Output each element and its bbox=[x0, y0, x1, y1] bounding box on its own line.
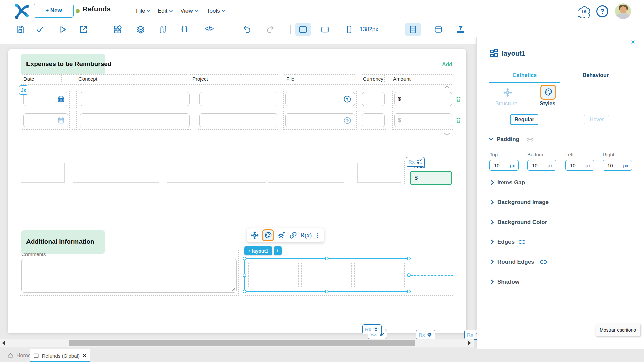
section-round-edges[interactable]: Round Edges bbox=[497, 259, 534, 265]
avatar[interactable] bbox=[615, 3, 631, 19]
tab-behaviour[interactable]: Behaviour bbox=[560, 72, 631, 78]
file-input[interactable] bbox=[285, 92, 355, 106]
collapse-down-icon[interactable] bbox=[444, 133, 450, 136]
section-items-gap[interactable]: Items Gap bbox=[497, 179, 525, 186]
scrollbar-thumb[interactable] bbox=[69, 340, 415, 346]
undo-icon[interactable] bbox=[243, 25, 252, 34]
add-element-chip[interactable]: + bbox=[274, 246, 282, 255]
calendar-icon[interactable] bbox=[57, 95, 65, 103]
device-desktop-button[interactable] bbox=[295, 23, 311, 36]
column-header-amount[interactable]: Amount bbox=[386, 74, 453, 83]
chevron-right-icon[interactable] bbox=[491, 279, 494, 284]
section-background-image[interactable]: Background Image bbox=[497, 199, 549, 206]
currency-input[interactable] bbox=[362, 92, 385, 106]
resize-handle[interactable] bbox=[407, 290, 411, 293]
js-code-badge[interactable]: Js bbox=[19, 85, 28, 95]
date-input[interactable] bbox=[23, 92, 68, 106]
collapse-up-icon[interactable] bbox=[444, 85, 450, 89]
column-header-concept[interactable]: Concept bbox=[76, 74, 189, 83]
ai-assistant-button[interactable]: IA bbox=[578, 6, 591, 18]
save-icon[interactable] bbox=[16, 25, 25, 34]
concept-input[interactable] bbox=[80, 92, 190, 106]
flow-icon[interactable] bbox=[158, 25, 167, 34]
add-row-link[interactable]: Add bbox=[442, 62, 452, 68]
chevron-right-icon[interactable] bbox=[491, 200, 494, 205]
subtab-styles-active[interactable] bbox=[540, 85, 556, 100]
menu-view[interactable]: View bbox=[180, 8, 198, 14]
resize-handle[interactable] bbox=[243, 273, 246, 277]
tab-esthetics[interactable]: Esthetics bbox=[489, 72, 560, 78]
section-edges[interactable]: Edges bbox=[497, 239, 515, 245]
padding-right-input[interactable]: 10 px bbox=[603, 160, 632, 171]
menu-file[interactable]: File bbox=[136, 8, 150, 14]
settings-gear-icon[interactable] bbox=[277, 231, 286, 240]
file-input[interactable] bbox=[285, 113, 355, 127]
app-logo[interactable] bbox=[12, 3, 30, 19]
chevron-right-icon[interactable] bbox=[491, 220, 494, 225]
tab-close-icon[interactable]: ✕ bbox=[83, 353, 87, 358]
calendar-icon[interactable] bbox=[57, 117, 65, 124]
delete-row-icon[interactable] bbox=[455, 117, 462, 124]
move-icon[interactable] bbox=[250, 231, 259, 240]
new-button[interactable]: + New bbox=[34, 4, 74, 18]
chevron-down-icon[interactable] bbox=[489, 137, 494, 141]
structure-icon[interactable] bbox=[503, 88, 513, 97]
upload-icon[interactable] bbox=[343, 95, 351, 103]
column-header-currency[interactable]: Currency bbox=[361, 74, 385, 83]
amount-input[interactable]: $ bbox=[394, 92, 452, 106]
chevron-left-icon[interactable]: ‹ bbox=[248, 248, 250, 254]
scroll-left-icon[interactable] bbox=[2, 341, 5, 345]
kebab-menu-icon[interactable]: ⋮ bbox=[315, 232, 321, 239]
rx-visibility-badge[interactable]: Rx bbox=[362, 324, 382, 334]
subtab-styles-label[interactable]: Styles bbox=[540, 101, 555, 107]
subtab-structure-label[interactable]: Structure bbox=[495, 101, 517, 107]
link-icon[interactable] bbox=[289, 231, 298, 240]
validate-check-icon[interactable] bbox=[36, 25, 44, 34]
code-icon[interactable]: </> bbox=[205, 25, 214, 33]
project-input[interactable] bbox=[199, 113, 277, 127]
currency-input[interactable] bbox=[362, 113, 385, 127]
padding-left-input[interactable]: 10 px bbox=[565, 160, 594, 171]
mobile-icon[interactable] bbox=[345, 25, 354, 34]
padding-top-input[interactable]: 10 px bbox=[489, 160, 519, 171]
section-padding-label[interactable]: Padding bbox=[497, 136, 519, 143]
column-header-file[interactable]: File bbox=[284, 74, 356, 83]
column-header-project[interactable]: Project bbox=[190, 74, 278, 83]
selected-element-chip[interactable]: ‹ layout1 bbox=[244, 246, 272, 255]
rx-formula-badge[interactable]: Rx bbox=[406, 157, 425, 167]
chevron-right-icon[interactable] bbox=[491, 239, 494, 244]
chevron-right-icon[interactable] bbox=[491, 180, 494, 185]
total-amount-input[interactable]: $ bbox=[410, 171, 452, 185]
menu-tools[interactable]: Tools bbox=[207, 8, 225, 14]
project-input[interactable] bbox=[199, 92, 277, 106]
close-icon[interactable]: ✕ bbox=[631, 39, 635, 45]
resize-handle[interactable] bbox=[243, 257, 246, 260]
link-values-icon[interactable] bbox=[539, 258, 548, 266]
column-header-date[interactable]: Date bbox=[21, 74, 60, 83]
comments-textarea[interactable] bbox=[21, 259, 237, 293]
redo-icon[interactable] bbox=[266, 25, 274, 34]
amount-input[interactable]: $ bbox=[394, 113, 452, 127]
section-background-color[interactable]: Background Color bbox=[497, 219, 547, 226]
resize-handle[interactable] bbox=[243, 290, 246, 293]
delete-row-icon[interactable] bbox=[455, 96, 462, 103]
menu-edit[interactable]: Edit bbox=[158, 8, 173, 14]
section-shadow[interactable]: Shadow bbox=[497, 279, 519, 285]
layout-slot[interactable] bbox=[301, 263, 352, 287]
scroll-right-icon[interactable] bbox=[468, 341, 471, 345]
layout-slot[interactable] bbox=[354, 263, 405, 287]
layers-icon[interactable] bbox=[136, 25, 145, 34]
widgets-icon[interactable] bbox=[113, 25, 122, 34]
play-icon[interactable] bbox=[58, 25, 67, 34]
page-sections-button[interactable] bbox=[405, 23, 421, 36]
resize-handle[interactable] bbox=[407, 273, 411, 277]
braces-icon[interactable]: { } bbox=[181, 25, 188, 33]
align-settings-icon[interactable] bbox=[456, 25, 465, 34]
export-icon[interactable] bbox=[79, 25, 88, 34]
tab-refunds-global[interactable]: Refunds (Global) ✕ bbox=[30, 349, 90, 362]
rx-visibility-badge[interactable]: Rx bbox=[416, 330, 435, 340]
layout-slot[interactable] bbox=[248, 263, 299, 287]
resize-handle[interactable] bbox=[407, 257, 411, 260]
state-regular-button[interactable]: Regular bbox=[510, 114, 538, 125]
tablet-icon[interactable] bbox=[321, 25, 329, 34]
